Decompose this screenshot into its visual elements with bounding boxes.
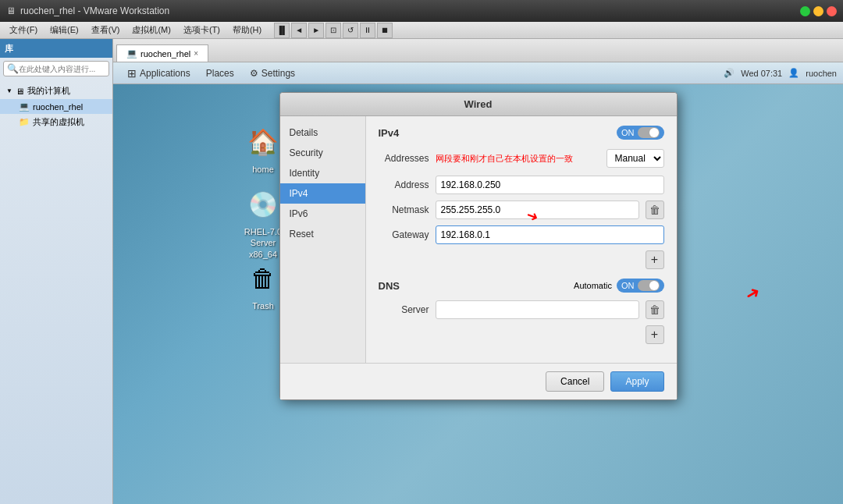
cancel-button[interactable]: Cancel: [546, 371, 604, 392]
nav-places[interactable]: Places: [198, 65, 242, 82]
dialog-overlay: Wired Details Security Identity IPv4 IPv…: [113, 84, 843, 504]
ipv4-toggle[interactable]: ON: [617, 126, 664, 140]
menu-vm[interactable]: 虚拟机(M): [126, 23, 177, 37]
menu-edit[interactable]: 编辑(E): [44, 23, 85, 37]
wired-dialog: Wired Details Security Identity IPv4 IPv…: [279, 92, 678, 400]
add-dns-area: +: [379, 325, 664, 344]
add-address-button[interactable]: +: [646, 250, 664, 269]
search-input[interactable]: [19, 65, 105, 73]
ipv4-toggle-label: ON: [621, 128, 635, 137]
vm-tab-icon: 💻: [126, 48, 137, 59]
clock: Wed 07:31: [741, 69, 782, 78]
applications-label: Applications: [140, 68, 190, 79]
ruochen-label: ruochen_rhel: [33, 102, 83, 112]
nav-applications[interactable]: ⊞ Applications: [119, 65, 198, 82]
vm-topnav: ⊞ Applications Places ⚙ Settings 🔊 Wed 0…: [113, 62, 843, 84]
expand-icon: ▼: [6, 87, 12, 94]
nav-settings[interactable]: ⚙ Settings: [242, 65, 303, 82]
sidebar-item-shared[interactable]: 📁 共享的虚拟机: [0, 114, 112, 130]
sidebar-tree: ▼ 🖥 我的计算机 💻 ruochen_rhel 📁 共享的虚拟机: [0, 80, 112, 504]
add-address-area: +: [379, 250, 664, 269]
nav-ipv6[interactable]: IPv6: [280, 204, 365, 224]
dns-toggle[interactable]: ON: [617, 279, 664, 293]
address-row: Address: [379, 176, 664, 194]
tool-icon-2[interactable]: ◄: [291, 23, 307, 38]
sidebar-search[interactable]: 🔍: [3, 61, 109, 76]
server-delete-button[interactable]: 🗑: [646, 300, 664, 319]
places-label: Places: [206, 68, 234, 79]
dialog-content: IPv4 ON Addresses 网段要和刚才自己在本机设置的一致: [366, 116, 677, 363]
server-label: Server: [379, 304, 429, 315]
netmask-row: Netmask 🗑: [379, 201, 664, 219]
shared-label: 共享的虚拟机: [33, 116, 84, 128]
menu-view[interactable]: 查看(V): [85, 23, 126, 37]
settings-icon: ⚙: [250, 68, 258, 79]
content-area: 💻 ruochen_rhel × ⊞ Applications Places ⚙…: [113, 39, 843, 504]
gateway-row: Gateway: [379, 225, 664, 244]
titlebar: 🖥 ruochen_rhel - VMware Workstation: [0, 0, 843, 22]
close-button[interactable]: [827, 6, 837, 16]
sidebar-item-ruochen[interactable]: 💻 ruochen_rhel: [0, 99, 112, 114]
tool-icon-1[interactable]: ▐▌: [274, 23, 290, 38]
netmask-label: Netmask: [379, 204, 429, 215]
dns-section: DNS Automatic ON: [379, 279, 664, 344]
dialog-body: Details Security Identity IPv4 IPv6 Rese…: [280, 116, 677, 363]
menu-file[interactable]: 文件(F): [3, 23, 44, 37]
method-select[interactable]: Manual: [606, 149, 664, 168]
menubar: 文件(F) 编辑(E) 查看(V) 虚拟机(M) 选项卡(T) 帮助(H) ▐▌…: [0, 22, 843, 39]
dns-automatic-label: Automatic: [574, 281, 612, 290]
dialog-title: Wired: [464, 98, 493, 110]
tool-icon-6[interactable]: ⏸: [360, 23, 375, 38]
add-dns-button[interactable]: +: [646, 325, 664, 344]
sidebar-header: 库: [0, 39, 112, 58]
window-title: ruochen_rhel - VMware Workstation: [20, 5, 169, 16]
dns-toggle-label: ON: [621, 281, 635, 290]
tool-icon-3[interactable]: ►: [308, 23, 324, 38]
dialog-nav: Details Security Identity IPv4 IPv6 Rese…: [280, 116, 366, 363]
addresses-row: Addresses 网段要和刚才自己在本机设置的一致 Manual: [379, 149, 664, 168]
nav-identity[interactable]: Identity: [280, 163, 365, 183]
ipv4-toggle-switch: [638, 127, 660, 138]
my-computer-icon: 🖥: [16, 87, 24, 96]
vm-tab-close[interactable]: ×: [194, 49, 198, 58]
gateway-input[interactable]: [436, 225, 664, 244]
tool-icon-7[interactable]: ⏹: [377, 23, 393, 38]
vm-icon: 💻: [19, 101, 30, 112]
tool-icon-5[interactable]: ↺: [343, 23, 358, 38]
netmask-delete-button[interactable]: 🗑: [646, 201, 664, 219]
desktop: 🏠 home 💿 RHEL-7.0 Server x86_64 🗑 Trash …: [113, 84, 843, 504]
dns-label: DNS: [379, 280, 400, 292]
sidebar: 库 🔍 ▼ 🖥 我的计算机 💻 ruochen_rhel 📁 共享的虚拟机: [0, 39, 113, 504]
applications-icon: ⊞: [127, 67, 137, 80]
minimize-button[interactable]: [800, 6, 810, 16]
gateway-label: Gateway: [379, 229, 429, 240]
tool-icon-4[interactable]: ⊡: [325, 23, 341, 38]
sidebar-item-mycomputer[interactable]: ▼ 🖥 我的计算机: [0, 83, 112, 99]
dialog-footer: Cancel Apply: [280, 363, 677, 399]
volume-icon: 🔊: [724, 68, 735, 78]
user-icon: 👤: [788, 68, 799, 78]
nav-security[interactable]: Security: [280, 143, 365, 163]
dialog-titlebar: Wired: [280, 93, 677, 116]
nav-reset[interactable]: Reset: [280, 224, 365, 244]
maximize-button[interactable]: [813, 6, 823, 16]
apply-button[interactable]: Apply: [610, 371, 663, 392]
settings-label: Settings: [261, 68, 295, 79]
server-input[interactable]: [436, 300, 639, 319]
vm-tab-ruochen[interactable]: 💻 ruochen_rhel ×: [116, 44, 208, 62]
ipv4-header: IPv4 ON: [379, 126, 664, 140]
app-icon: 🖥: [6, 5, 16, 16]
vm-tabs: 💻 ruochen_rhel ×: [113, 39, 843, 62]
menu-help[interactable]: 帮助(H): [226, 23, 268, 37]
nav-ipv4[interactable]: IPv4: [280, 183, 365, 204]
menu-tabs[interactable]: 选项卡(T): [177, 23, 226, 37]
addresses-label: Addresses: [379, 153, 429, 164]
nav-details[interactable]: Details: [280, 122, 365, 143]
address-input[interactable]: [436, 176, 664, 194]
my-computer-label: 我的计算机: [27, 85, 70, 97]
dns-toggle-switch: [638, 280, 660, 291]
username: ruochen: [806, 69, 837, 78]
vm-tab-label: ruochen_rhel: [140, 49, 190, 59]
address-label: Address: [379, 179, 429, 190]
ipv4-label: IPv4: [379, 127, 400, 139]
